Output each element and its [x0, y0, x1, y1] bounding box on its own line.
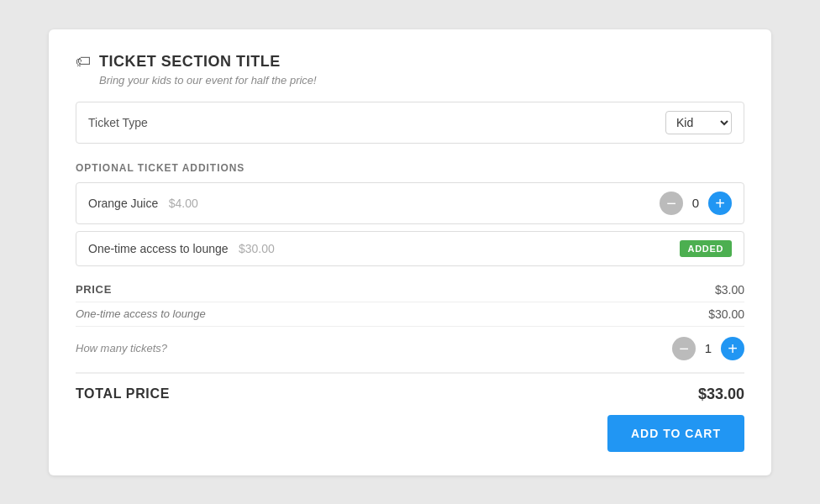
- ticket-qty-controls: − 1 +: [672, 337, 744, 360]
- ticket-card: 🏷 TICKET SECTION TITLE Bring your kids t…: [49, 29, 771, 475]
- optional-title: OPTIONAL TICKET ADDITIONS: [76, 162, 744, 174]
- total-value: $33.00: [698, 386, 744, 403]
- addition-name: Orange Juice: [88, 197, 158, 210]
- price-row: PRICE $3.00: [76, 273, 744, 302]
- added-badge: ADDED: [680, 240, 732, 257]
- orange-juice-plus-button[interactable]: +: [708, 192, 732, 215]
- total-label: TOTAL PRICE: [76, 386, 170, 402]
- total-row: TOTAL PRICE $33.00: [76, 372, 744, 403]
- price-sub-label: One-time access to lounge: [76, 307, 206, 320]
- add-to-cart-button[interactable]: ADD TO CART: [607, 415, 744, 452]
- addition-label-orange-juice: Orange Juice $4.00: [88, 196, 198, 211]
- price-sub-value: $30.00: [708, 307, 744, 321]
- price-sub-row: One-time access to lounge $30.00: [76, 302, 744, 326]
- footer-row: ADD TO CART: [76, 415, 744, 452]
- ticket-type-row: Ticket Type Kid Adult Senior: [76, 102, 744, 144]
- ticket-qty-plus-button[interactable]: +: [721, 337, 744, 360]
- price-value: $3.00: [715, 283, 744, 297]
- price-label: PRICE: [76, 283, 112, 296]
- addition-price-lounge: $30.00: [239, 242, 275, 255]
- orange-juice-minus-button[interactable]: −: [660, 192, 683, 215]
- card-header: 🏷 TICKET SECTION TITLE: [76, 53, 744, 71]
- addition-controls-lounge: ADDED: [680, 240, 732, 257]
- addition-name-lounge: One-time access to lounge: [88, 242, 229, 255]
- ticket-type-label: Ticket Type: [88, 116, 148, 129]
- addition-row-orange-juice: Orange Juice $4.00 − 0 +: [76, 182, 744, 224]
- section-title: TICKET SECTION TITLE: [99, 53, 281, 71]
- subtitle: Bring your kids to our event for half th…: [99, 74, 744, 87]
- tag-icon: 🏷: [76, 53, 91, 71]
- how-many-label: How many tickets?: [76, 342, 167, 354]
- addition-row-lounge: One-time access to lounge $30.00 ADDED: [76, 231, 744, 266]
- ticket-qty-value: 1: [702, 341, 714, 355]
- addition-controls-orange-juice: − 0 +: [660, 192, 732, 215]
- orange-juice-qty: 0: [690, 196, 702, 210]
- how-many-row: How many tickets? − 1 +: [76, 326, 744, 367]
- addition-label-lounge: One-time access to lounge $30.00: [88, 241, 275, 256]
- addition-price-orange-juice: $4.00: [169, 197, 198, 210]
- ticket-type-select[interactable]: Kid Adult Senior: [665, 111, 732, 134]
- ticket-qty-minus-button[interactable]: −: [672, 337, 696, 360]
